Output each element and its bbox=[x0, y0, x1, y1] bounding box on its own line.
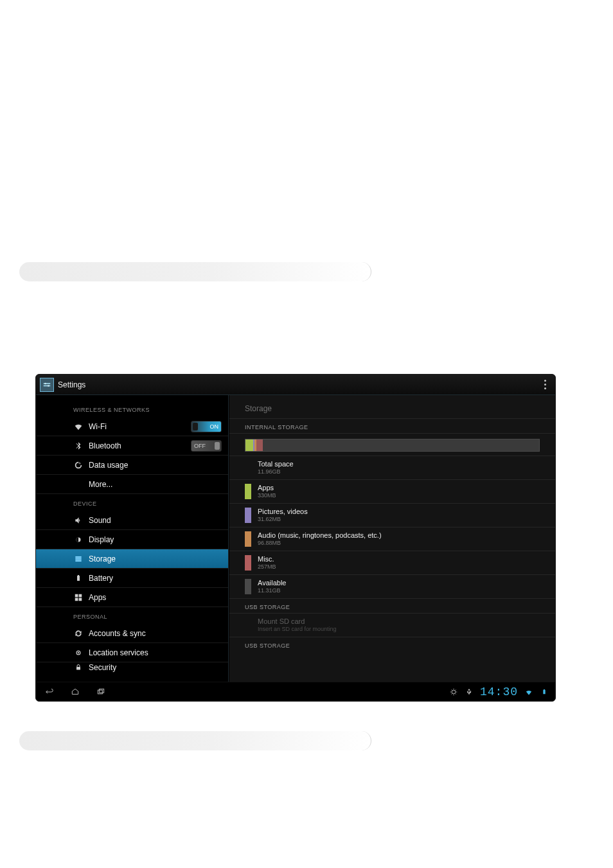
label: Wi-Fi bbox=[89, 422, 107, 431]
storage-row-apps[interactable]: Apps330MB bbox=[229, 480, 555, 504]
subheader-usb-storage-2: USB STORAGE bbox=[229, 637, 555, 651]
label: Location services bbox=[89, 648, 148, 657]
settings-app-icon bbox=[40, 378, 54, 392]
security-icon bbox=[73, 662, 84, 673]
battery-icon bbox=[73, 573, 84, 583]
settings-sidebar: WIRELESS & NETWORKS Wi-Fi ON Bluetooth O… bbox=[36, 395, 229, 683]
battery-status-icon[interactable] bbox=[540, 687, 549, 696]
storage-row-audio[interactable]: Audio (music, ringtones, podcasts, etc.)… bbox=[229, 527, 555, 551]
storage-row-misc[interactable]: Misc.257MB bbox=[229, 551, 555, 575]
sidebar-item-display[interactable]: Display bbox=[36, 530, 228, 549]
pane-title: Storage bbox=[229, 399, 555, 419]
svg-rect-8 bbox=[77, 576, 80, 581]
wifi-icon bbox=[73, 421, 84, 432]
label: Battery bbox=[89, 574, 113, 583]
label: Storage bbox=[89, 554, 116, 563]
storage-row-pictures[interactable]: Pictures, videos31.62MB bbox=[229, 504, 555, 527]
svg-rect-9 bbox=[78, 575, 79, 576]
sound-icon bbox=[73, 515, 84, 526]
storage-row-mount-sd: Mount SD cardInsert an SD card for mount… bbox=[229, 614, 555, 637]
svg-point-19 bbox=[452, 690, 456, 694]
svg-rect-12 bbox=[75, 598, 78, 601]
svg-rect-20 bbox=[543, 689, 545, 694]
svg-rect-11 bbox=[79, 594, 82, 597]
subheader-internal-storage: INTERNAL STORAGE bbox=[229, 419, 555, 434]
label: Security bbox=[89, 663, 116, 672]
storage-usage-bar bbox=[245, 439, 540, 452]
usb-icon[interactable] bbox=[465, 687, 474, 696]
android-settings-screenshot: Settings WIRELESS & NETWORKS Wi-Fi ON bbox=[35, 374, 556, 702]
svg-rect-21 bbox=[544, 689, 545, 689]
svg-rect-1 bbox=[44, 385, 51, 386]
decorative-pill-top bbox=[19, 262, 371, 281]
app-title: Settings bbox=[58, 380, 85, 389]
svg-rect-17 bbox=[98, 690, 102, 694]
storage-detail-pane: Storage INTERNAL STORAGE Total space11.9… bbox=[229, 395, 555, 683]
section-header-wireless: WIRELESS & NETWORKS bbox=[36, 400, 228, 417]
svg-rect-16 bbox=[76, 667, 80, 670]
section-header-device: DEVICE bbox=[36, 494, 228, 511]
subheader-usb-storage-1: USB STORAGE bbox=[229, 599, 555, 614]
apps-icon bbox=[73, 592, 84, 603]
svg-rect-10 bbox=[75, 594, 78, 597]
svg-rect-6 bbox=[75, 558, 81, 559]
sidebar-item-apps[interactable]: Apps bbox=[36, 588, 228, 607]
system-nav-bar: 14:30 bbox=[36, 682, 555, 701]
bar-segment-apps bbox=[245, 439, 253, 451]
storage-icon bbox=[73, 554, 84, 564]
sidebar-item-storage[interactable]: Storage bbox=[36, 549, 228, 569]
display-icon bbox=[73, 535, 84, 545]
swatch-audio bbox=[245, 531, 251, 547]
swatch-pictures bbox=[245, 508, 251, 523]
svg-point-3 bbox=[48, 385, 49, 386]
storage-row-total[interactable]: Total space11.96GB bbox=[229, 456, 555, 480]
section-header-personal: PERSONAL bbox=[36, 607, 228, 624]
sidebar-item-bluetooth[interactable]: Bluetooth OFF bbox=[36, 436, 228, 456]
sidebar-item-sound[interactable]: Sound bbox=[36, 511, 228, 530]
label: Accounts & sync bbox=[89, 629, 146, 638]
swatch-misc bbox=[245, 555, 251, 571]
svg-point-2 bbox=[45, 382, 46, 384]
svg-rect-0 bbox=[44, 383, 51, 384]
svg-point-15 bbox=[78, 651, 79, 653]
nav-recent-button[interactable] bbox=[94, 685, 108, 699]
svg-rect-7 bbox=[75, 560, 81, 561]
app-top-bar: Settings bbox=[36, 375, 555, 395]
svg-rect-5 bbox=[75, 556, 81, 557]
decorative-pill-bottom bbox=[19, 731, 371, 750]
status-clock[interactable]: 14:30 bbox=[480, 686, 518, 698]
sidebar-item-security[interactable]: Security bbox=[36, 662, 228, 673]
sidebar-item-location[interactable]: Location services bbox=[36, 643, 228, 662]
swatch-available bbox=[245, 579, 251, 594]
label: Data usage bbox=[89, 461, 128, 470]
label: Sound bbox=[89, 516, 111, 525]
sidebar-item-wifi[interactable]: Wi-Fi ON bbox=[36, 417, 228, 436]
nav-back-button[interactable] bbox=[42, 685, 57, 699]
sidebar-item-accounts-sync[interactable]: Accounts & sync bbox=[36, 624, 228, 643]
swatch-apps bbox=[245, 484, 251, 499]
data-usage-icon bbox=[73, 460, 84, 470]
wifi-toggle[interactable]: ON bbox=[191, 421, 222, 432]
svg-rect-13 bbox=[79, 598, 82, 601]
label: More... bbox=[89, 480, 112, 489]
bluetooth-icon bbox=[73, 441, 84, 451]
nav-home-button[interactable] bbox=[68, 685, 82, 699]
location-icon bbox=[73, 648, 84, 658]
sidebar-item-data-usage[interactable]: Data usage bbox=[36, 456, 228, 475]
bar-segment-misc bbox=[256, 439, 263, 451]
storage-row-available[interactable]: Available11.31GB bbox=[229, 575, 555, 599]
sidebar-item-more[interactable]: More... bbox=[36, 475, 228, 494]
label: Apps bbox=[89, 593, 106, 602]
storage-usage-bar-row bbox=[229, 434, 555, 456]
svg-rect-18 bbox=[100, 689, 104, 693]
sync-icon bbox=[73, 628, 84, 639]
label: Display bbox=[89, 535, 114, 544]
overflow-menu-icon[interactable] bbox=[538, 378, 551, 391]
label: Bluetooth bbox=[89, 441, 121, 450]
wifi-status-icon[interactable] bbox=[524, 687, 533, 696]
notification-icon-1[interactable] bbox=[449, 687, 458, 696]
sidebar-item-battery[interactable]: Battery bbox=[36, 569, 228, 588]
bluetooth-toggle[interactable]: OFF bbox=[191, 440, 222, 452]
